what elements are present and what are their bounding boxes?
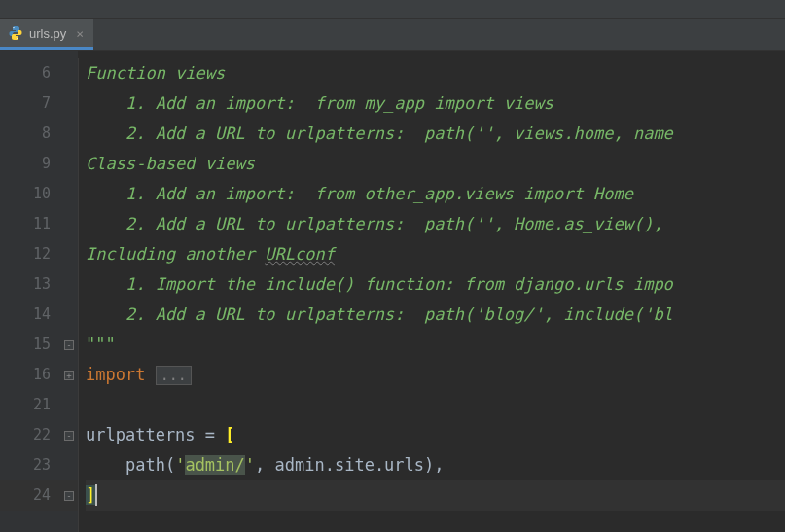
line-number: 15-: [0, 330, 78, 360]
line-number: 6: [0, 58, 78, 89]
line-number: 16+: [0, 360, 78, 390]
line-number: 10: [0, 179, 78, 209]
close-icon[interactable]: ×: [76, 26, 84, 41]
code-line: """: [86, 330, 785, 360]
svg-point-0: [13, 27, 14, 28]
code-line: 2. Add a URL to urlpatterns: path('blog/…: [86, 300, 785, 330]
code-line-current: ]: [86, 480, 785, 511]
code-line: urlpatterns = [: [86, 420, 785, 450]
editor-tab-urls[interactable]: urls.py ×: [0, 19, 93, 50]
line-number-gutter: 6 7 8 9 10 11 12 13 14 15- 16+ 21 22- 23…: [0, 51, 78, 532]
line-number: 22-: [0, 420, 78, 450]
code-line: 2. Add a URL to urlpatterns: path('', vi…: [86, 119, 785, 149]
python-file-icon: [8, 25, 23, 41]
code-line: Including another URLconf: [86, 239, 785, 269]
fold-toggle-icon[interactable]: +: [64, 371, 74, 380]
fold-toggle-icon[interactable]: -: [64, 340, 74, 350]
line-number: 14: [0, 300, 78, 330]
code-line: Class-based views: [86, 149, 785, 179]
fold-toggle-icon[interactable]: -: [64, 491, 74, 501]
line-number: 7: [0, 89, 78, 119]
line-number: 8: [0, 119, 78, 149]
line-number: 23: [0, 450, 78, 480]
line-number: 13: [0, 269, 78, 300]
code-editor[interactable]: 6 7 8 9 10 11 12 13 14 15- 16+ 21 22- 23…: [0, 51, 785, 532]
text-caret: [95, 484, 97, 506]
code-line: 1. Add an import: from my_app import vie…: [86, 89, 785, 119]
line-number: 24-: [0, 480, 78, 511]
code-line: 1. Add an import: from other_app.views i…: [86, 179, 785, 209]
line-number: 21: [0, 390, 78, 420]
editor-tab-bar: urls.py ×: [0, 19, 785, 51]
tab-filename: urls.py: [29, 26, 66, 41]
code-line: 1. Import the include() function: from d…: [86, 269, 785, 300]
code-line: 2. Add a URL to urlpatterns: path('', Ho…: [86, 209, 785, 239]
line-number: 12: [0, 239, 78, 269]
code-content[interactable]: Function views 1. Add an import: from my…: [78, 51, 785, 532]
svg-point-1: [17, 38, 18, 39]
fold-toggle-icon[interactable]: -: [64, 431, 74, 441]
code-line: Function views: [86, 58, 785, 89]
line-number: 9: [0, 149, 78, 179]
code-line: path('admin/', admin.site.urls),: [86, 450, 785, 480]
window-toolbar: [0, 0, 785, 19]
line-number: 11: [0, 209, 78, 239]
folded-code-placeholder[interactable]: ...: [156, 366, 192, 385]
code-line: [86, 390, 785, 420]
code-line: import ...: [86, 360, 785, 390]
